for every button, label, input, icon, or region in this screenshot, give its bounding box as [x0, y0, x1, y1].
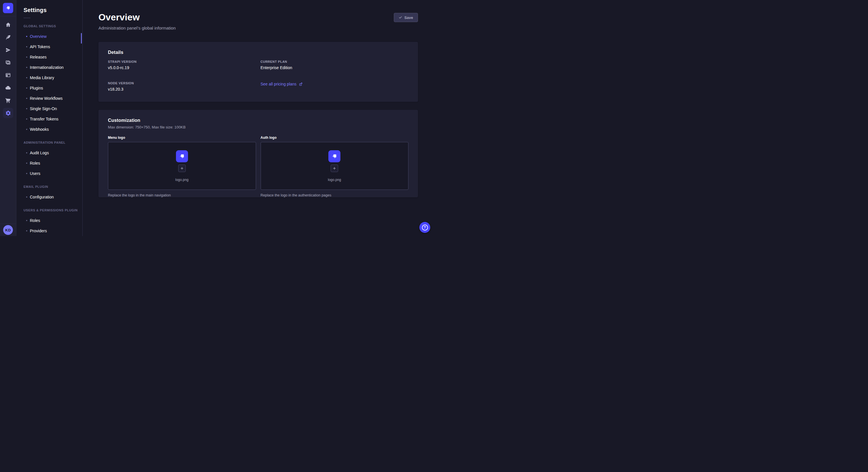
check-icon: [399, 16, 402, 19]
subnav-section-list: RolesProviders: [17, 215, 82, 236]
page-header: Overview Administration panel’s global i…: [98, 12, 418, 30]
subnav-item-audit-logs[interactable]: Audit Logs: [17, 148, 82, 158]
logo-filename: logo.png: [175, 178, 189, 182]
upload-label: Auth logo: [260, 136, 409, 140]
current-plan-field: CURRENT PLAN Enterprise Edition: [260, 60, 409, 70]
add-logo-button[interactable]: [331, 165, 338, 172]
subnav-item-label: Review Workflows: [30, 96, 63, 101]
bullet-icon: [26, 196, 27, 198]
field-value: v5.0.0-rc.19: [108, 65, 256, 70]
bullet-icon: [26, 46, 27, 47]
subnav-item-internationalization[interactable]: Internationalization: [17, 62, 82, 72]
paper-plane-icon[interactable]: [2, 43, 14, 56]
subnav-item-label: Providers: [30, 229, 47, 233]
subnav-item-media-library[interactable]: Media Library: [17, 72, 82, 83]
strapi-admin-settings-screen: KD Settings GLOBAL SETTINGSOverviewAPI T…: [0, 0, 434, 236]
bullet-icon: [26, 88, 27, 89]
pricing-plans-link[interactable]: See all pricing plans: [260, 82, 303, 86]
bullet-icon: [26, 77, 27, 78]
subnav-item-label: Webhooks: [30, 127, 49, 132]
subnav-item-label: Audit Logs: [30, 150, 49, 155]
menu-logo-upload: Menu logo: [108, 136, 256, 197]
bullet-icon: [26, 98, 27, 99]
subnav-item-review-workflows[interactable]: Review Workflows: [17, 93, 82, 103]
subnav-title-divider: [24, 18, 30, 18]
strapi-logo[interactable]: [3, 3, 13, 13]
subnav-item-transfer-tokens[interactable]: Transfer Tokens: [17, 114, 82, 124]
subnav-item-users[interactable]: Users: [17, 168, 82, 179]
subnav-item-label: Overview: [30, 34, 46, 39]
save-button-label: Save: [404, 15, 413, 20]
subnav-item-label: Single Sign-On: [30, 106, 57, 111]
strapi-logo-icon: [5, 5, 11, 11]
subnav-section-list: OverviewAPI TokensReleasesInternationali…: [17, 31, 82, 134]
add-logo-button[interactable]: [178, 165, 186, 172]
strapi-logo-icon: [178, 153, 186, 160]
strapi-logo-thumbnail: [176, 150, 188, 162]
subnav-title: Settings: [24, 7, 82, 13]
subnav-item-label: Users: [30, 171, 40, 176]
auth-logo-upload: Auth logo: [260, 136, 409, 197]
customization-card: Customization Max dimension: 750×750, Ma…: [98, 110, 418, 197]
subnav-item-plugins[interactable]: Plugins: [17, 83, 82, 93]
gear-icon[interactable]: [3, 108, 13, 118]
subnav-item-providers[interactable]: Providers: [17, 226, 82, 236]
node-version-field: NODE VERSION v18.20.3: [108, 81, 256, 92]
upload-hint: Replace the logo in the authentication p…: [260, 193, 409, 197]
scrollbar-thumb[interactable]: [81, 33, 82, 43]
subnav-item-label: Plugins: [30, 86, 43, 90]
field-label: STRAPI VERSION: [108, 60, 256, 63]
rail-icon-menu: [2, 16, 14, 119]
field-label: NODE VERSION: [108, 81, 256, 85]
external-link-icon: [299, 82, 303, 86]
bullet-icon: [26, 67, 27, 68]
strapi-logo-icon: [331, 153, 338, 160]
bullet-icon: [26, 173, 27, 174]
subnav-item-configuration[interactable]: Configuration: [17, 192, 82, 202]
menu-logo-dropzone[interactable]: logo.png: [108, 142, 256, 190]
subnav-item-roles[interactable]: Roles: [17, 215, 82, 226]
subnav-item-label: Media Library: [30, 75, 54, 80]
subnav-item-roles[interactable]: Roles: [17, 158, 82, 168]
details-card-title: Details: [108, 50, 408, 55]
details-card: Details STRAPI VERSION v5.0.0-rc.19 NODE…: [98, 42, 418, 102]
bullet-icon: [26, 57, 27, 58]
subnav-item-api-tokens[interactable]: API Tokens: [17, 42, 82, 52]
subnav-item-label: API Tokens: [30, 44, 50, 49]
feather-icon[interactable]: [2, 31, 14, 43]
upload-label: Menu logo: [108, 136, 256, 140]
subnav-section-list: Audit LogsRolesUsers: [17, 148, 82, 179]
help-button[interactable]: ?: [420, 222, 430, 233]
subnav-item-webhooks[interactable]: Webhooks: [17, 124, 82, 134]
main-nav-rail: KD: [0, 0, 17, 236]
subnav-item-single-sign-on[interactable]: Single Sign-On: [17, 103, 82, 114]
cart-icon[interactable]: [2, 94, 14, 107]
home-icon[interactable]: [2, 19, 14, 31]
strapi-version-field: STRAPI VERSION v5.0.0-rc.19: [108, 60, 256, 70]
subnav-item-label: Transfer Tokens: [30, 117, 59, 121]
avatar[interactable]: KD: [3, 225, 13, 235]
subnav-item-label: Roles: [30, 218, 40, 223]
page-subtitle: Administration panel’s global informatio…: [98, 26, 176, 30]
bullet-icon: [26, 163, 27, 164]
bullet-icon: [26, 220, 27, 221]
bullet-icon: [26, 230, 27, 231]
main-content: Overview Administration panel’s global i…: [83, 0, 434, 236]
cloud-icon[interactable]: [2, 81, 14, 94]
plus-icon: [333, 167, 336, 170]
bullet-icon: [26, 36, 27, 37]
logo-filename: logo.png: [328, 178, 341, 182]
subnav-section-label: GLOBAL SETTINGS: [24, 24, 82, 28]
upload-hint: Replace the logo in the main navigation: [108, 193, 256, 197]
subnav-item-releases[interactable]: Releases: [17, 52, 82, 62]
save-button[interactable]: Save: [394, 13, 418, 22]
field-label: CURRENT PLAN: [260, 60, 409, 63]
pictures-icon[interactable]: [2, 56, 14, 69]
bullet-icon: [26, 108, 27, 109]
subnav-item-overview[interactable]: Overview: [17, 31, 82, 42]
subnav-section-label: USERS & PERMISSIONS PLUGIN: [24, 208, 82, 212]
layout-icon[interactable]: [2, 69, 14, 81]
settings-subnav: Settings GLOBAL SETTINGSOverviewAPI Toke…: [17, 0, 83, 236]
subnav-sections: GLOBAL SETTINGSOverviewAPI TokensRelease…: [17, 24, 82, 236]
auth-logo-dropzone[interactable]: logo.png: [260, 142, 409, 190]
